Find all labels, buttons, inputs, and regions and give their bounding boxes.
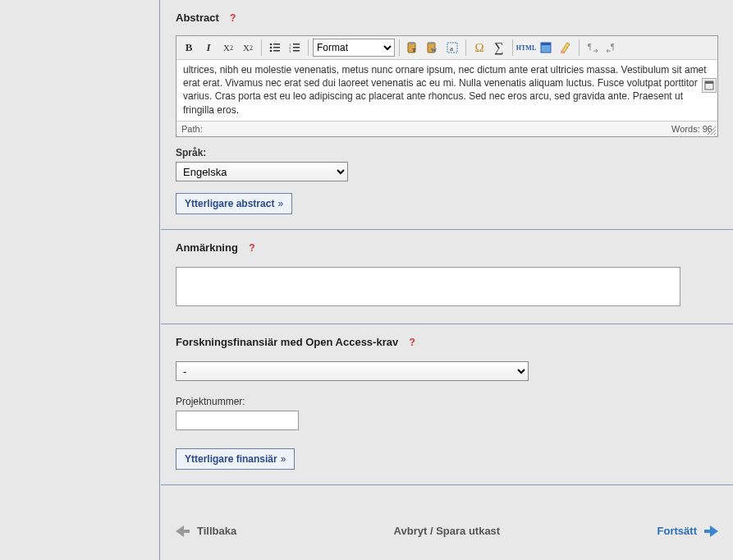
back-button[interactable]: Tillbaka: [176, 525, 236, 537]
note-section: Anmärkning ?: [161, 230, 733, 324]
note-title: Anmärkning: [176, 241, 238, 254]
special-char-button[interactable]: Ω: [470, 39, 488, 57]
equation-button[interactable]: ∑: [490, 39, 508, 57]
cancel-save-button[interactable]: Avbryt / Spara utkast: [394, 525, 501, 537]
note-textarea[interactable]: [176, 267, 680, 306]
editor-toolbar: B I X2 X2 123 Format: [176, 36, 717, 60]
svg-rect-16: [429, 42, 433, 44]
editor-path: Path:: [181, 124, 203, 134]
funder-help-icon[interactable]: ?: [410, 337, 415, 348]
add-abstract-button[interactable]: Ytterligare abstract»: [176, 193, 292, 214]
paste-text-button[interactable]: T: [404, 39, 422, 57]
svg-rect-13: [410, 42, 414, 44]
continue-button[interactable]: Fortsätt: [657, 525, 718, 537]
svg-rect-22: [561, 51, 564, 53]
paste-word-button[interactable]: W: [424, 39, 442, 57]
rtl-button[interactable]: ¶: [603, 39, 621, 57]
svg-point-0: [270, 44, 273, 46]
unordered-list-button[interactable]: [266, 39, 284, 57]
svg-rect-11: [293, 50, 300, 52]
funder-select[interactable]: -: [176, 361, 529, 381]
ordered-list-button[interactable]: 123: [286, 39, 304, 57]
editor-word-count: Words: 96: [671, 124, 712, 134]
svg-point-2: [270, 47, 273, 49]
svg-point-4: [270, 50, 273, 53]
svg-text:¶: ¶: [588, 42, 592, 51]
rich-text-editor: B I X2 X2 123 Format: [176, 35, 718, 137]
italic-button[interactable]: I: [199, 39, 218, 57]
svg-rect-9: [293, 47, 300, 48]
funder-section: Forskningsfinansiär med Open Access-krav…: [161, 324, 733, 485]
svg-rect-26: [705, 81, 713, 84]
project-number-input[interactable]: [176, 411, 299, 430]
svg-rect-3: [273, 47, 280, 48]
superscript-button[interactable]: X2: [239, 39, 257, 57]
arrow-right-icon: [703, 526, 718, 537]
ltr-button[interactable]: ¶: [584, 39, 602, 57]
main-content: Abstract ? B I X2 X2 123: [161, 0, 733, 560]
svg-text:3: 3: [289, 49, 291, 53]
svg-text:¶: ¶: [611, 42, 615, 51]
bold-button[interactable]: B: [180, 39, 198, 57]
abstract-section: Abstract ? B I X2 X2 123: [161, 0, 733, 230]
editor-side-control[interactable]: [702, 78, 717, 93]
svg-text:T: T: [412, 47, 416, 53]
clear-formatting-button[interactable]: [557, 39, 575, 57]
svg-rect-1: [273, 44, 280, 45]
abstract-help-icon[interactable]: ?: [230, 12, 236, 24]
svg-text:a: a: [450, 44, 453, 53]
svg-rect-21: [541, 43, 551, 45]
footer-nav: Tillbaka Avbryt / Spara utkast Fortsätt: [161, 505, 733, 560]
editor-statusbar: Path: Words: 96: [176, 121, 717, 136]
select-all-button[interactable]: a: [443, 39, 461, 57]
project-number-label: Projektnummer:: [176, 396, 718, 407]
svg-rect-7: [293, 44, 300, 45]
funder-title: Forskningsfinansiär med Open Access-krav: [176, 336, 398, 348]
svg-text:W: W: [431, 47, 437, 53]
fullscreen-button[interactable]: [537, 39, 555, 57]
abstract-textarea[interactable]: ultrices, nibh eu molestie venenatis, me…: [176, 60, 717, 121]
note-help-icon[interactable]: ?: [249, 242, 254, 254]
resize-grip-icon[interactable]: [708, 126, 716, 135]
subscript-button[interactable]: X2: [219, 39, 237, 57]
format-select[interactable]: Format: [313, 39, 395, 57]
language-label: Språk:: [176, 147, 718, 158]
abstract-title: Abstract: [176, 11, 219, 24]
add-funder-button[interactable]: Ytterligare finansiär»: [176, 448, 295, 470]
sidebar: [0, 0, 160, 560]
language-select[interactable]: Engelska: [176, 162, 348, 181]
html-button[interactable]: HTML: [517, 39, 535, 57]
arrow-left-icon: [176, 526, 190, 537]
svg-rect-5: [273, 50, 280, 52]
